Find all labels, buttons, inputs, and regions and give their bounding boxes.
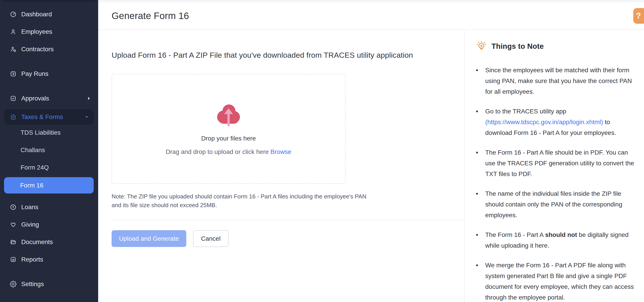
contractors-icon bbox=[10, 46, 16, 52]
sidebar-item-label: Taxes & Forms bbox=[21, 114, 63, 120]
sidebar-item-label: Employees bbox=[21, 28, 52, 35]
sidebar-item-pay-runs[interactable]: Pay Runs bbox=[0, 67, 98, 80]
sidebar-item-loans[interactable]: ₹Loans bbox=[0, 201, 98, 214]
sidebar-item-label: TDS Liabilities bbox=[20, 129, 60, 136]
things-to-note-list: Since the employees will be matched with… bbox=[476, 65, 634, 302]
loans-icon: ₹ bbox=[10, 204, 16, 210]
help-button-label: ? bbox=[636, 11, 641, 20]
divider bbox=[112, 220, 464, 220]
things-to-note-panel: Things to Note Since the employees will … bbox=[464, 30, 644, 302]
note-text: Since the employees will be matched with… bbox=[485, 67, 632, 95]
note-text: We merge the Form 16 - Part A PDF file a… bbox=[485, 262, 634, 301]
sidebar-item-form-16[interactable]: Form 16 bbox=[4, 177, 94, 194]
sidebar-item-label: Giving bbox=[21, 221, 39, 228]
note-text: The name of the individual files inside … bbox=[485, 190, 622, 218]
sidebar-item-taxes-forms[interactable]: Taxes & Forms bbox=[4, 110, 94, 124]
note-text: The Form 16 - Part A bbox=[485, 231, 545, 238]
sidebar-item-label: Settings bbox=[21, 280, 44, 288]
content-region: Upload Form 16 - Part A ZIP File that yo… bbox=[98, 30, 644, 302]
sidebar-item-settings[interactable]: Settings bbox=[0, 278, 98, 290]
note-text: The Form 16 - Part A file should be in P… bbox=[485, 149, 634, 178]
sidebar-item-form-24q[interactable]: Form 24Q bbox=[0, 162, 98, 173]
sidebar-item-label: Approvals bbox=[21, 95, 49, 102]
things-to-note-title: Things to Note bbox=[492, 42, 544, 50]
cloud-upload-icon bbox=[214, 102, 243, 128]
sidebar-item-label: Pay Runs bbox=[21, 70, 48, 78]
documents-icon bbox=[10, 239, 16, 246]
help-button[interactable]: ? bbox=[633, 8, 644, 24]
sidebar-item-documents[interactable]: Documents bbox=[0, 236, 98, 248]
note-item: Since the employees will be matched with… bbox=[476, 65, 634, 97]
giving-icon bbox=[10, 221, 16, 228]
section-heading: Upload Form 16 - Part A ZIP File that yo… bbox=[112, 51, 464, 60]
sidebar-item-challans[interactable]: Challans bbox=[0, 144, 98, 156]
dropzone-title: Drop your files here bbox=[201, 135, 256, 142]
upload-and-generate-button[interactable]: Upload and Generate bbox=[112, 230, 186, 247]
traces-login-link[interactable]: (https://www.tdscpc.gov.in/app/login.xht… bbox=[485, 118, 603, 126]
taxes-icon bbox=[10, 114, 16, 120]
pay-runs-icon bbox=[10, 70, 16, 77]
note-item: Go to the TRACES utility app (https://ww… bbox=[476, 106, 634, 138]
sidebar-item-label: Reports bbox=[21, 256, 43, 263]
cancel-button[interactable]: Cancel bbox=[193, 230, 228, 247]
note-item: The name of the individual files inside … bbox=[476, 188, 634, 220]
reports-icon bbox=[10, 256, 16, 263]
page-header: Generate Form 16 bbox=[98, 2, 644, 30]
page-title: Generate Form 16 bbox=[112, 10, 189, 21]
things-to-note-header: Things to Note bbox=[476, 40, 634, 52]
sidebar-item-label: Documents bbox=[21, 238, 53, 246]
action-buttons: Upload and Generate Cancel bbox=[112, 230, 464, 247]
sidebar-item-giving[interactable]: Giving bbox=[0, 218, 98, 231]
sidebar-item-employees[interactable]: Employees bbox=[0, 25, 98, 38]
org-selector-partial[interactable] bbox=[1, 0, 97, 2]
sidebar-item-contractors[interactable]: Contractors bbox=[0, 43, 98, 56]
main-area: Generate Form 16 Upload Form 16 - Part A… bbox=[98, 0, 644, 302]
note-bold-text: should not bbox=[545, 231, 577, 238]
upload-note: Note: The ZIP file you uploaded should c… bbox=[112, 192, 464, 210]
sidebar-item-label: Loans bbox=[21, 204, 38, 211]
sidebar-nav: DashboardEmployeesContractorsPay RunsApp… bbox=[0, 8, 98, 295]
note-text: Go to the TRACES utility app bbox=[485, 108, 566, 115]
dashboard-icon bbox=[10, 11, 16, 18]
chevron-down-icon bbox=[85, 115, 88, 119]
sidebar-item-label: Challans bbox=[20, 146, 45, 154]
settings-icon bbox=[10, 281, 16, 288]
sidebar-item-label: Form 24Q bbox=[20, 164, 49, 171]
file-dropzone[interactable]: Drop your files here Drag and drop to up… bbox=[112, 74, 346, 184]
note-item: The Form 16 - Part A should not be digit… bbox=[476, 230, 634, 251]
employees-icon bbox=[10, 28, 16, 35]
sidebar-item-label: Contractors bbox=[21, 46, 54, 53]
dropzone-hint: Drag and drop to upload or click here Br… bbox=[166, 148, 291, 156]
sidebar-item-tds-liabilities[interactable]: TDS Liabilities bbox=[0, 127, 98, 138]
sidebar-item-label: Form 16 bbox=[20, 182, 44, 189]
note-item: We merge the Form 16 - Part A PDF file a… bbox=[476, 260, 634, 302]
content-card: Generate Form 16 Upload Form 16 - Part A… bbox=[98, 2, 644, 302]
svg-text:₹: ₹ bbox=[12, 206, 14, 209]
sidebar-item-label: Dashboard bbox=[21, 11, 52, 18]
sidebar-item-approvals[interactable]: Approvals bbox=[0, 92, 98, 105]
upload-section: Upload Form 16 - Part A ZIP File that yo… bbox=[98, 30, 464, 302]
sidebar-item-dashboard[interactable]: Dashboard bbox=[0, 8, 98, 21]
sidebar: DashboardEmployeesContractorsPay RunsApp… bbox=[0, 0, 98, 302]
chevron-right-icon bbox=[88, 97, 90, 100]
note-item: The Form 16 - Part A file should be in P… bbox=[476, 147, 634, 180]
sidebar-item-reports[interactable]: Reports bbox=[0, 253, 98, 266]
lightbulb-icon bbox=[476, 40, 488, 52]
approvals-icon bbox=[10, 95, 16, 102]
browse-link[interactable]: Browse bbox=[270, 148, 291, 155]
dropzone-hint-text: Drag and drop to upload or click here bbox=[166, 148, 269, 155]
